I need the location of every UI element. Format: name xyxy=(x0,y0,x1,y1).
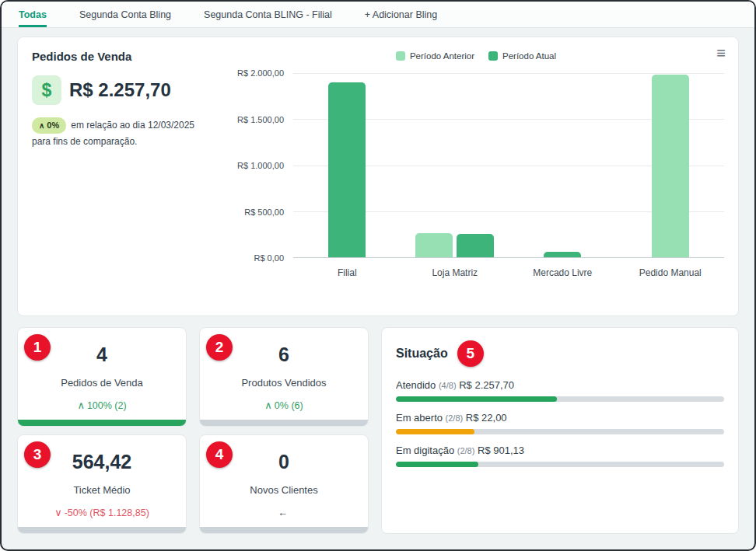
legend-swatch-icon xyxy=(396,51,405,61)
stat-label: Pedidos de Venda xyxy=(18,377,186,389)
change-badge: ∧0% xyxy=(32,117,66,134)
chart-menu-icon[interactable]: ≡ xyxy=(716,45,726,61)
status-amount: R$ 22,00 xyxy=(463,412,506,424)
x-axis-label: Loja Matriz xyxy=(401,267,509,278)
situacao-rows: Atendido (4/8) R$ 2.257,70Em aberto (2/8… xyxy=(396,379,724,467)
progress-track xyxy=(396,462,724,467)
chevron-up-icon: ∧ xyxy=(39,119,44,133)
stat-cards-grid: 14Pedidos de Venda∧100% (2)26Produtos Ve… xyxy=(17,327,369,534)
chart-y-axis: R$ 2.000,00R$ 1.500,00R$ 1.000,00R$ 500,… xyxy=(228,73,293,258)
progress-fill xyxy=(396,429,474,434)
legend-item: Período Anterior xyxy=(396,51,474,61)
y-tick-label: R$ 1.500,00 xyxy=(237,115,284,124)
arrow-left-icon: ← xyxy=(278,507,288,518)
chart-bar xyxy=(457,234,494,257)
y-tick-label: R$ 500,00 xyxy=(244,207,284,217)
status-fraction: (2/8) xyxy=(446,413,464,423)
progress-strip xyxy=(200,527,368,533)
stat-label: Novos Clientes xyxy=(200,484,368,496)
bar-group xyxy=(617,73,725,257)
x-axis-label: Pedido Manual xyxy=(617,267,725,278)
sales-total-value: R$ 2.257,70 xyxy=(69,79,171,101)
stat-change-text: -50% (R$ 1.128,85) xyxy=(65,507,149,518)
chart-bar xyxy=(328,82,366,257)
chart-x-axis: FilialLoja MatrizMercado LivrePedido Man… xyxy=(293,267,724,278)
comparison-block: ∧0%em relação ao dia 12/03/2025 para fin… xyxy=(32,117,201,150)
status-fraction: (2/8) xyxy=(457,446,475,455)
status-fraction: (4/8) xyxy=(439,381,457,390)
progress-strip xyxy=(200,420,368,426)
stat-card-1: 14Pedidos de Venda∧100% (2) xyxy=(17,327,187,427)
annotation-marker-2: 2 xyxy=(206,334,233,361)
tab-0[interactable]: Todas xyxy=(19,2,47,27)
y-tick-label: R$ 1.000,00 xyxy=(237,161,284,170)
account-tabs: TodasSegunda Conta BlingSegunda Conta BL… xyxy=(2,2,754,28)
situacao-row-label: Atendido (4/8) R$ 2.257,70 xyxy=(396,379,724,391)
chart-grid: R$ 2.000,00R$ 1.500,00R$ 1.000,00R$ 500,… xyxy=(228,73,724,258)
dollar-icon: $ xyxy=(32,75,61,105)
legend-swatch-icon xyxy=(488,51,498,61)
situacao-row: Atendido (4/8) R$ 2.257,70 xyxy=(396,379,724,402)
annotation-marker-5: 5 xyxy=(457,340,484,367)
situacao-title: Situação xyxy=(396,347,448,361)
situacao-row-label: Em aberto (2/8) R$ 22,00 xyxy=(396,412,724,424)
y-tick-label: R$ 2.000,00 xyxy=(237,68,284,78)
situacao-row-label: Em digitação (2/8) R$ 901,13 xyxy=(396,445,724,456)
app-window: TodasSegunda Conta BlingSegunda Conta BL… xyxy=(0,0,756,551)
stat-change: ← xyxy=(200,507,368,518)
legend-label: Período Anterior xyxy=(410,51,474,61)
bottom-section: 14Pedidos de Venda∧100% (2)26Produtos Ve… xyxy=(17,327,739,534)
legend-label: Período Atual xyxy=(502,51,556,61)
status-amount: R$ 2.257,70 xyxy=(457,379,514,391)
status-amount: R$ 901,13 xyxy=(474,445,524,456)
chevron-up-icon: ∧ xyxy=(77,399,85,411)
chart-bar xyxy=(652,75,689,257)
stat-card-3: 3564,42Ticket Médio∨-50% (R$ 1.128,85) xyxy=(17,434,187,534)
chart-bar xyxy=(415,233,453,257)
progress-track xyxy=(396,396,724,402)
progress-track xyxy=(396,429,724,434)
sales-total-row: $ R$ 2.257,70 xyxy=(32,75,222,105)
tab-1[interactable]: Segunda Conta Bling xyxy=(79,2,171,27)
stat-change: ∨-50% (R$ 1.128,85) xyxy=(18,507,186,518)
y-tick-label: R$ 0,00 xyxy=(254,253,284,263)
bar-chart: Período AnteriorPeríodo Atual R$ 2.000,0… xyxy=(228,50,724,303)
legend-item: Período Atual xyxy=(488,51,556,61)
chart-plot-area xyxy=(293,73,724,258)
bar-group xyxy=(509,73,617,257)
annotation-marker-3: 3 xyxy=(24,441,51,468)
chevron-up-icon: ∧ xyxy=(264,399,272,411)
change-badge-value: 0% xyxy=(47,118,59,133)
chevron-down-icon: ∨ xyxy=(54,507,62,518)
stat-card-2: 26Produtos Vendidos∧0% (6) xyxy=(199,327,369,427)
situacao-row: Em digitação (2/8) R$ 901,13 xyxy=(396,445,724,467)
status-name: Atendido xyxy=(396,379,439,391)
annotation-marker-4: 4 xyxy=(206,441,233,468)
tab-3[interactable]: + Adicionar Bling xyxy=(365,2,437,27)
stat-change-text: 0% (6) xyxy=(275,400,303,411)
stat-change: ∧100% (2) xyxy=(18,399,186,411)
situacao-card: Situação 5 Atendido (4/8) R$ 2.257,70Em … xyxy=(381,327,739,534)
stat-label: Produtos Vendidos xyxy=(200,377,368,389)
dashboard-content: Pedidos de Venda $ R$ 2.257,70 ∧0%em rel… xyxy=(2,28,754,549)
status-name: Em digitação xyxy=(396,445,457,456)
tab-2[interactable]: Segunda Conta BLING - Filial xyxy=(204,2,332,27)
x-axis-label: Mercado Livre xyxy=(509,267,617,278)
sales-chart-card: Pedidos de Venda $ R$ 2.257,70 ∧0%em rel… xyxy=(17,37,739,316)
chart-legend: Período AnteriorPeríodo Atual xyxy=(228,51,724,61)
bar-group xyxy=(401,73,509,257)
stat-change-text: 100% (2) xyxy=(87,400,127,411)
chart-bar xyxy=(544,252,581,257)
annotation-marker-1: 1 xyxy=(24,334,51,361)
progress-fill xyxy=(396,462,478,467)
progress-fill xyxy=(396,396,557,402)
progress-strip xyxy=(18,420,186,426)
situacao-header: Situação 5 xyxy=(396,340,724,367)
sales-card-title: Pedidos de Venda xyxy=(32,50,222,63)
progress-strip xyxy=(18,527,186,533)
stat-label: Ticket Médio xyxy=(18,484,186,496)
x-axis-label: Filial xyxy=(293,267,401,278)
sales-summary: Pedidos de Venda $ R$ 2.257,70 ∧0%em rel… xyxy=(32,50,228,303)
stat-card-4: 40Novos Clientes← xyxy=(199,434,369,534)
bar-group xyxy=(293,73,401,257)
